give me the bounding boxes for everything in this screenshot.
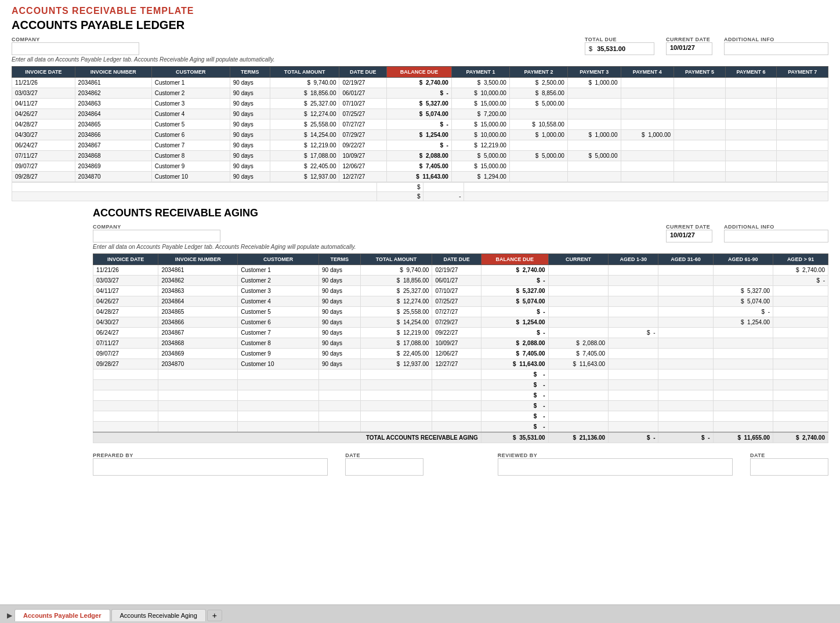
apl-row-p3[interactable]: [567, 109, 621, 119]
apl-row-total-amount[interactable]: $ 18,856.00: [270, 88, 339, 99]
apl-row-date-due[interactable]: 06/01/27: [339, 88, 387, 99]
ara-row-invoice-date[interactable]: 03/03/27: [93, 276, 158, 286]
apl-row-p1[interactable]: $ 15,000.00: [451, 161, 509, 172]
ara-row-customer[interactable]: Customer 5: [238, 307, 319, 317]
apl-row-p2[interactable]: [509, 109, 567, 119]
ara-row-aged1-30[interactable]: [609, 349, 658, 359]
apl-row-p1[interactable]: $ 1,294.00: [451, 172, 509, 182]
apl-row-p1[interactable]: $ 10,000.00: [451, 88, 509, 99]
apl-row-p1[interactable]: $ 15,000.00: [451, 119, 509, 130]
apl-row-date-due[interactable]: 10/09/27: [339, 151, 387, 161]
apl-row-balance-due[interactable]: $ 5,074.00: [387, 109, 452, 119]
ara-row-invoice-date[interactable]: 04/28/27: [93, 307, 158, 317]
ara-row-current[interactable]: [548, 296, 609, 307]
ara-row-aged-over91[interactable]: $ 2,740.00: [773, 265, 828, 276]
apl-row-p5[interactable]: [674, 99, 726, 109]
apl-row-total-amount[interactable]: $ 14,254.00: [270, 130, 339, 140]
apl-row-terms[interactable]: 90 days: [230, 119, 270, 130]
apl-row-total-amount[interactable]: $ 12,219.00: [270, 140, 339, 151]
ara-row-total-amount[interactable]: $ 14,254.00: [360, 317, 432, 328]
apl-row-p7[interactable]: [777, 161, 828, 172]
apl-row-p6[interactable]: [725, 172, 777, 182]
apl-row-invoice-date[interactable]: 09/28/27: [12, 172, 75, 182]
apl-row-p6[interactable]: [725, 161, 777, 172]
ara-row-date-due[interactable]: 07/10/27: [432, 286, 481, 296]
ara-row-aged-over91[interactable]: [773, 317, 828, 328]
ara-row-aged1-30[interactable]: [609, 265, 658, 276]
ara-row-invoice-number[interactable]: 2034867: [158, 328, 238, 338]
apl-row-invoice-date[interactable]: 04/30/27: [12, 130, 75, 140]
apl-row-balance-due[interactable]: $ 2,740.00: [387, 78, 452, 88]
ara-row-date-due[interactable]: 02/19/27: [432, 265, 481, 276]
apl-row-p7[interactable]: [777, 78, 828, 88]
ara-row-terms[interactable]: 90 days: [319, 286, 361, 296]
apl-row-terms[interactable]: 90 days: [230, 78, 270, 88]
ara-row-aged31-60[interactable]: [658, 317, 713, 328]
apl-row-terms[interactable]: 90 days: [230, 140, 270, 151]
ara-row-current[interactable]: $ 2,088.00: [548, 338, 609, 349]
ara-row-aged31-60[interactable]: [658, 328, 713, 338]
apl-row-p1[interactable]: $ 5,000.00: [451, 151, 509, 161]
ara-row-aged61-90[interactable]: [713, 338, 773, 349]
ara-row-aged-over91[interactable]: [773, 338, 828, 349]
date2-input[interactable]: [750, 458, 828, 476]
apl-row-invoice-number[interactable]: 2034861: [75, 78, 151, 88]
apl-row-invoice-date[interactable]: 04/26/27: [12, 109, 75, 119]
ara-row-date-due[interactable]: 12/27/27: [432, 359, 481, 370]
ara-row-aged1-30[interactable]: [609, 276, 658, 286]
ara-row-aged-over91[interactable]: [773, 307, 828, 317]
ara-row-current[interactable]: $ 7,405.00: [548, 349, 609, 359]
ara-row-total-amount[interactable]: $ 17,088.00: [360, 338, 432, 349]
ara-row-total-amount[interactable]: $ 25,327.00: [360, 286, 432, 296]
apl-row-invoice-number[interactable]: 2034866: [75, 130, 151, 140]
apl-row-balance-due[interactable]: $ -: [387, 119, 452, 130]
ara-row-invoice-date[interactable]: 09/07/27: [93, 349, 158, 359]
apl-row-p2[interactable]: $ 1,000.00: [509, 130, 567, 140]
ara-row-date-due[interactable]: 06/01/27: [432, 276, 481, 286]
tab-add-button[interactable]: +: [207, 610, 222, 621]
apl-row-p1[interactable]: $ 3,500.00: [451, 78, 509, 88]
ara-row-invoice-number[interactable]: 2034868: [158, 338, 238, 349]
tab-accounts-payable[interactable]: Accounts Payable Ledger: [15, 609, 110, 621]
apl-row-p1[interactable]: $ 10,000.00: [451, 130, 509, 140]
apl-row-p2[interactable]: $ 5,000.00: [509, 99, 567, 109]
apl-row-date-due[interactable]: 07/27/27: [339, 119, 387, 130]
apl-row-p2[interactable]: $ 10,558.00: [509, 119, 567, 130]
apl-row-p2[interactable]: [509, 140, 567, 151]
apl-row-p4[interactable]: [621, 99, 674, 109]
apl-row-invoice-date[interactable]: 06/24/27: [12, 140, 75, 151]
apl-row-invoice-date[interactable]: 07/11/27: [12, 151, 75, 161]
ara-row-aged-over91[interactable]: [773, 328, 828, 338]
ara-current-date-value[interactable]: 10/01/27: [666, 230, 712, 242]
apl-row-date-due[interactable]: 07/25/27: [339, 109, 387, 119]
ara-row-aged61-90[interactable]: [713, 359, 773, 370]
apl-row-p7[interactable]: [777, 172, 828, 182]
ara-row-current[interactable]: $ 11,643.00: [548, 359, 609, 370]
ara-row-invoice-date[interactable]: 07/11/27: [93, 338, 158, 349]
ara-row-terms[interactable]: 90 days: [319, 349, 361, 359]
apl-row-p2[interactable]: [509, 172, 567, 182]
ara-row-total-amount[interactable]: $ 18,856.00: [360, 276, 432, 286]
apl-row-customer[interactable]: Customer 10: [151, 172, 230, 182]
ara-row-invoice-number[interactable]: 2034863: [158, 286, 238, 296]
apl-row-p2[interactable]: $ 8,856.00: [509, 88, 567, 99]
tab-accounts-receivable[interactable]: Accounts Receivable Aging: [111, 609, 206, 621]
apl-row-p5[interactable]: [674, 161, 726, 172]
apl-row-p5[interactable]: [674, 88, 726, 99]
apl-row-customer[interactable]: Customer 6: [151, 130, 230, 140]
ara-row-terms[interactable]: 90 days: [319, 328, 361, 338]
apl-row-customer[interactable]: Customer 1: [151, 78, 230, 88]
apl-row-invoice-number[interactable]: 2034863: [75, 99, 151, 109]
ara-row-aged61-90[interactable]: [713, 276, 773, 286]
ara-row-invoice-number[interactable]: 2034866: [158, 317, 238, 328]
date-input[interactable]: [345, 458, 423, 476]
ara-additional-info-input[interactable]: [724, 230, 828, 242]
apl-row-terms[interactable]: 90 days: [230, 161, 270, 172]
apl-row-invoice-number[interactable]: 2034868: [75, 151, 151, 161]
apl-row-p5[interactable]: [674, 140, 726, 151]
apl-row-p6[interactable]: [725, 99, 777, 109]
ara-row-aged61-90[interactable]: $ 5,074.00: [713, 296, 773, 307]
apl-row-balance-due[interactable]: $ -: [387, 88, 452, 99]
ara-row-balance-due[interactable]: $ -: [481, 307, 548, 317]
ara-row-total-amount[interactable]: $ 12,274.00: [360, 296, 432, 307]
